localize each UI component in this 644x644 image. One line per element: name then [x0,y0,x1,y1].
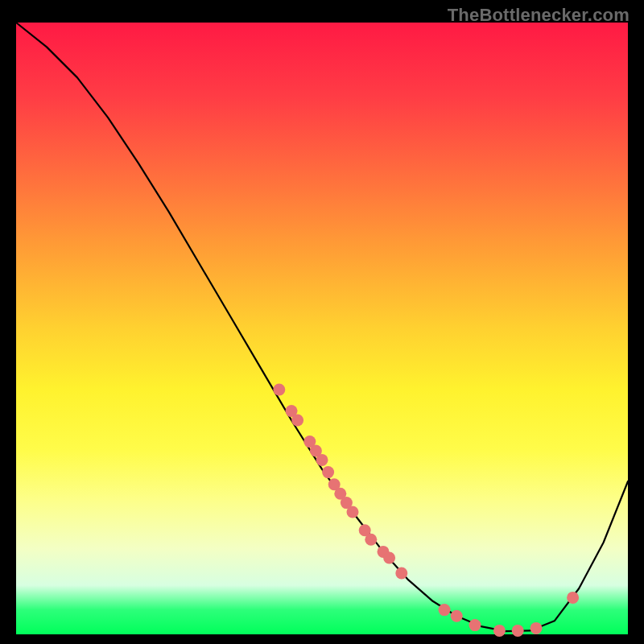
scatter-point [567,592,579,604]
scatter-points [273,384,579,637]
curve-line [16,23,628,631]
scatter-point [291,415,303,427]
scatter-point [512,625,524,637]
scatter-point [322,466,334,478]
scatter-point [273,384,285,396]
scatter-point [469,619,481,631]
chart-plot-area [16,23,628,634]
scatter-point [395,568,407,580]
scatter-point [365,534,377,546]
scatter-point [383,552,395,564]
scatter-point [530,622,543,634]
scatter-point [316,454,328,466]
scatter-point [347,506,359,518]
scatter-point [493,625,506,637]
watermark-text: TheBottlenecker.com [448,5,630,26]
scatter-point [439,604,451,616]
chart-svg [16,23,628,634]
scatter-point [451,610,463,622]
